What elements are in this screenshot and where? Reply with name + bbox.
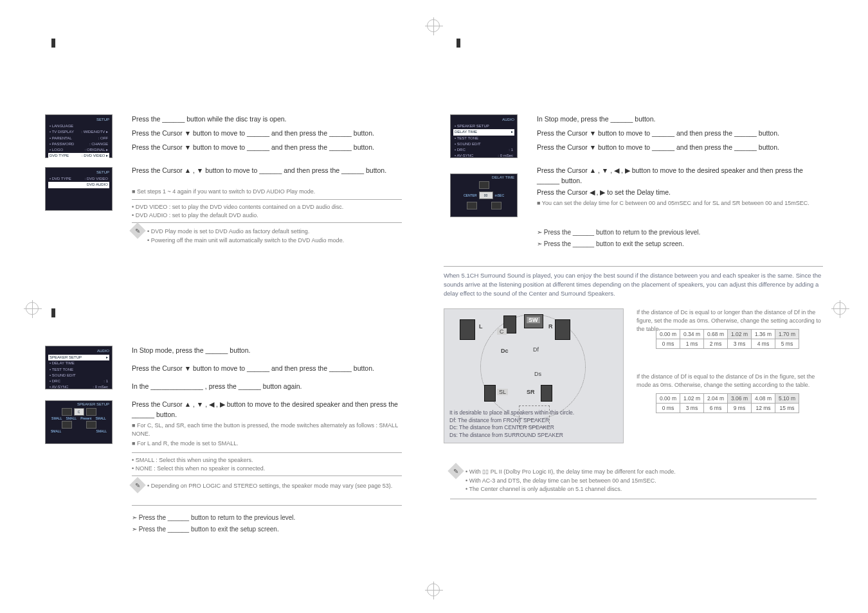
ds-delay-table: 0.00 m1.02 m2.04 m3.06 m4.08 m5.10 m 0 m… [656, 393, 799, 413]
step-b1: In Stop mode, press the ______ button. [132, 346, 408, 356]
separator [450, 499, 817, 499]
dc-delay-table: 0.00 m0.34 m0.68 m1.02 m1.36 m1.70 m 0 m… [656, 329, 799, 349]
separator [132, 505, 402, 506]
right-page: AUDIO • SPEAKER SETUP DELAY TIME▸ • TEST… [444, 39, 829, 565]
step-a1: Press the ______ button while the disc t… [132, 114, 408, 125]
step-r2: Press the Cursor ▼ button to move to ___… [537, 129, 813, 139]
setup-menu-thumb-2: SETUP • DVD TYPE : DVD VIDEO DVD AUDIO [45, 167, 113, 211]
step-b4: Press the Cursor ▲ , ▼ , ◀ , ▶ button to… [132, 400, 408, 420]
registration-mark [427, 19, 440, 32]
step-r4: Press the Cursor ▲ , ▼ , ◀ , ▶ button to… [537, 166, 813, 186]
tip-icon: ✎ [129, 222, 145, 238]
step-r3: Press the Cursor ▼ button to move to ___… [537, 143, 813, 153]
section-marker [51, 39, 55, 48]
speaker-setup-thumb: SPEAKER SETUP C SMALLSMALLPresentSMALL S… [45, 400, 113, 444]
result-return-r: Press the ______ button to return to the… [537, 229, 700, 236]
registration-mark [833, 302, 846, 315]
separator [444, 266, 823, 267]
separator [132, 199, 402, 200]
step-b2: Press the Cursor ▼ button to move to ___… [132, 364, 408, 374]
audio-menu-thumb-r: AUDIO • SPEAKER SETUP DELAY TIME▸ • TEST… [450, 114, 518, 158]
delay-time-thumb: DELAY TIME CENTER 00 mSEC [450, 173, 518, 217]
result-exit-r: Press the ______ button to exit the setu… [537, 240, 684, 247]
bullet-r: ■ You can set the delay time for C betwe… [537, 199, 813, 208]
section-marker [51, 308, 55, 317]
tip-a: ✎ • DVD Play mode is set to DVD Audio as… [132, 227, 344, 245]
separator [132, 222, 402, 223]
note-b1: • SMALL : Select this when using the spe… [132, 456, 408, 465]
tip-icon: ✎ [448, 463, 464, 479]
note-b2: • NONE : Select this when no speaker is … [132, 465, 408, 473]
step-r5: Press the Cursor ◀ , ▶ to set the Delay … [537, 188, 813, 198]
step-b3: In the ______________ , press the ______… [132, 382, 408, 392]
surround-paragraph: When 5.1CH Surround Sound is played, you… [444, 271, 823, 298]
tip-icon: ✎ [129, 477, 145, 493]
note-a1: • DVD VIDEO : set to play the DVD video … [132, 203, 408, 211]
result-return: Press the ______ button to return to the… [132, 514, 295, 521]
tip-r: ✎ • With ▯▯ PL II (Dolby Pro Logic II), … [450, 468, 676, 494]
registration-mark [26, 302, 39, 315]
step-r1: In Stop mode, press the ______ button. [537, 114, 813, 125]
section-marker [457, 39, 460, 48]
bullet-b1: ■ For C, SL, and SR, each time the butto… [132, 422, 408, 438]
setup-menu-thumb-1: SETUP • LANGUAGE • TV DISPLAY : WIDE/HDT… [45, 114, 113, 158]
bullet-a: ■ Set steps 1 ~ 4 again if you want to s… [132, 188, 408, 196]
separator [132, 452, 402, 453]
table2-intro: If the distance of Df is equal to the di… [637, 373, 823, 389]
result-exit: Press the ______ button to exit the setu… [132, 526, 279, 533]
left-page: SETUP • LANGUAGE • TV DISPLAY : WIDE/HDT… [39, 39, 424, 565]
registration-mark [427, 583, 440, 596]
separator [132, 475, 402, 476]
bullet-b2: ■ For L and R, the mode is set to SMALL. [132, 440, 408, 448]
tip-b: ✎ • Depending on PRO LOGIC and STEREO se… [132, 482, 392, 493]
speaker-layout-diagram: L C SW R SL SR Dc Df Ds It is desirable … [444, 308, 624, 443]
step-a2: Press the Cursor ▼ button to move to ___… [132, 129, 408, 139]
step-a4: Press the Cursor ▲ , ▼ button to move to… [132, 166, 408, 176]
step-a3: Press the Cursor ▼ button to move to ___… [132, 143, 408, 153]
audio-menu-thumb: AUDIO SPEAKER SETUP▸ • DELAY TIME • TEST… [45, 346, 113, 389]
note-a2: • DVD AUDIO : set to play the default DV… [132, 211, 408, 220]
